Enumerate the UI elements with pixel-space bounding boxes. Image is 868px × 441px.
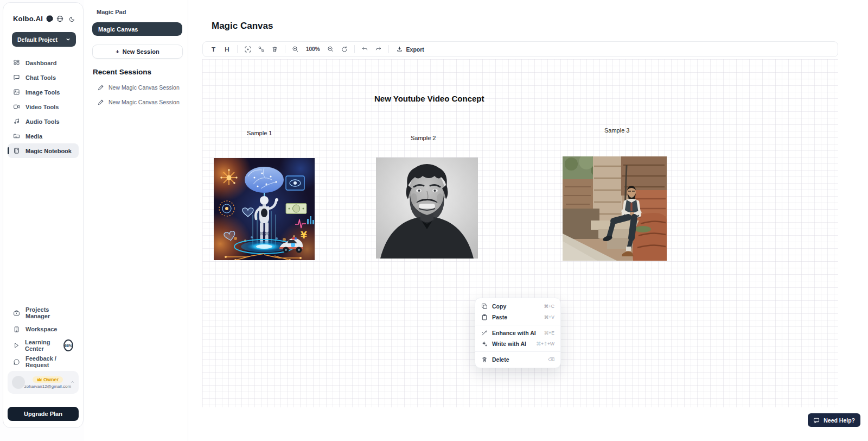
dark-mode-moon-icon[interactable]: [69, 16, 75, 22]
toolbar-divider: [285, 45, 285, 53]
sidebar-item-label: Audio Tools: [25, 118, 60, 125]
context-menu-shortcut: ⌘+E: [544, 330, 554, 336]
wand-icon: [481, 330, 488, 336]
context-menu-divider: [475, 351, 560, 352]
sidebar-item-dashboard[interactable]: Dashboard: [8, 55, 79, 70]
connector-icon: [258, 46, 265, 53]
canvas-image-ruins[interactable]: [563, 156, 667, 261]
sidebar-item-workspace[interactable]: Workspace: [8, 321, 79, 337]
new-session-button[interactable]: + New Session: [92, 45, 183, 59]
sidebar-item-chat-tools[interactable]: Chat Tools: [8, 70, 79, 85]
tab-magic-pad[interactable]: Magic Pad: [97, 9, 188, 15]
session-item[interactable]: New Magic Canvas Session: [98, 99, 188, 105]
connector-tool-button[interactable]: [255, 43, 267, 55]
audio-icon: [13, 118, 20, 125]
user-chevron-icon: [71, 380, 74, 385]
sidebar-item-media[interactable]: Media: [8, 129, 79, 143]
delete-tool-button[interactable]: [269, 43, 281, 55]
download-icon: [396, 46, 403, 53]
toolbar-divider: [388, 45, 389, 53]
reset-rotation-button[interactable]: [338, 43, 350, 55]
canvas-grid[interactable]: New Youtube Video Concept Sample 1 Sampl…: [202, 59, 838, 407]
logo-icons: [56, 15, 75, 22]
trash-icon: [481, 356, 488, 363]
dashboard-icon: [13, 59, 20, 66]
heading-tool-button[interactable]: H: [221, 43, 233, 55]
sample-1-label[interactable]: Sample 1: [247, 130, 272, 136]
context-menu-shortcut: ⌘+C: [544, 304, 554, 309]
page: Kolbo.AI Default Project Dashb: [0, 0, 868, 441]
heading-tool-glyph: H: [225, 46, 229, 53]
plus-icon: +: [116, 48, 119, 55]
app-logo: Kolbo.AI: [13, 15, 43, 23]
undo-icon: [361, 46, 368, 53]
notebook-icon: [13, 147, 20, 154]
context-menu-item-write-with-ai[interactable]: Write with AI ⌘+⇧+W: [475, 338, 560, 349]
text-tool-glyph: T: [212, 46, 215, 53]
sidebar-item-label: Video Tools: [25, 104, 59, 110]
session-item-label: New Magic Canvas Session: [108, 84, 180, 91]
sidebar-item-learning-center[interactable]: Learning Center 66%: [8, 337, 79, 354]
context-menu-item-enhance-with-ai[interactable]: Enhance with AI ⌘+E: [475, 327, 560, 338]
sidebar-item-label: Workspace: [25, 326, 58, 332]
canvas-image-portrait[interactable]: [376, 158, 478, 259]
help-chat-icon: [813, 417, 820, 424]
context-menu-item-paste[interactable]: Paste ⌘+V: [475, 312, 560, 323]
sample-3-label[interactable]: Sample 3: [604, 127, 629, 134]
sidebar-item-label: Feedback / Request: [25, 355, 73, 368]
text-tool-button[interactable]: T: [207, 43, 220, 55]
chat-icon: [13, 74, 20, 81]
user-card[interactable]: Owner zoharvan12@gmail.com: [8, 371, 79, 394]
sidebar-item-label: Dashboard: [25, 60, 56, 66]
scan-select-icon: [244, 46, 252, 53]
sidebar-item-feedback-request[interactable]: Feedback / Request: [8, 354, 79, 370]
context-menu: Copy ⌘+C Paste ⌘+V Enhance with AI ⌘+E W…: [475, 298, 561, 368]
need-help-label: Need Help?: [824, 417, 855, 424]
upgrade-plan-button[interactable]: Upgrade Plan: [8, 407, 79, 421]
sidebar-item-label: Image Tools: [25, 89, 60, 96]
project-selector[interactable]: Default Project: [12, 32, 76, 47]
context-menu-item-delete[interactable]: Delete ⌫: [475, 354, 560, 365]
session-item-label: New Magic Canvas Session: [108, 99, 180, 105]
new-session-label: New Session: [123, 48, 159, 55]
sidebar-item-projects-manager[interactable]: Projects Manager: [8, 305, 79, 321]
canvas-heading-text[interactable]: New Youtube Video Concept: [374, 94, 484, 103]
zoom-out-icon: [327, 46, 334, 53]
media-icon: [13, 133, 20, 140]
trash-icon: [271, 46, 278, 53]
crown-icon: [37, 377, 42, 382]
ai-select-tool-button[interactable]: [241, 43, 254, 55]
canvas-image-ai-collage[interactable]: ¥: [214, 158, 315, 260]
sidebar-item-label: Magic Notebook: [25, 148, 72, 154]
redo-icon: [375, 46, 382, 53]
context-menu-label: Copy: [492, 303, 506, 310]
canvas-toolbar: T H 100%: [202, 41, 838, 57]
sidebar-nav: Dashboard Chat Tools Image Tools Video T…: [8, 55, 79, 158]
user-meta: Owner zoharvan12@gmail.com: [29, 376, 67, 389]
language-globe-icon[interactable]: [56, 15, 63, 22]
undo-button[interactable]: [359, 43, 371, 55]
sidebar-item-magic-notebook[interactable]: Magic Notebook: [8, 143, 79, 158]
context-menu-label: Enhance with AI: [492, 330, 536, 336]
zoom-in-button[interactable]: [289, 43, 302, 55]
brain-logo-icon: [46, 15, 54, 23]
need-help-button[interactable]: Need Help?: [808, 413, 860, 427]
context-menu-label: Delete: [492, 356, 509, 363]
sidebar-item-video-tools[interactable]: Video Tools: [8, 99, 79, 114]
sessions-panel: Magic Pad Magic Canvas + New Session Rec…: [84, 0, 188, 441]
tab-magic-canvas[interactable]: Magic Canvas: [92, 22, 182, 36]
sidebar-item-label: Learning Center: [25, 339, 57, 352]
redo-button[interactable]: [372, 43, 385, 55]
sidebar-footer: Projects Manager Workspace Learning Cent…: [8, 305, 79, 370]
export-button[interactable]: Export: [393, 46, 427, 53]
logo-row: Kolbo.AI: [13, 15, 75, 23]
sample-2-label[interactable]: Sample 2: [411, 135, 436, 141]
context-menu-item-copy[interactable]: Copy ⌘+C: [475, 301, 560, 312]
sidebar-item-image-tools[interactable]: Image Tools: [8, 85, 79, 99]
sidebar-item-audio-tools[interactable]: Audio Tools: [8, 114, 79, 129]
owner-badge: Owner: [33, 376, 63, 383]
context-menu-label: Write with AI: [492, 341, 526, 347]
session-item[interactable]: New Magic Canvas Session: [98, 84, 188, 91]
zoom-out-button[interactable]: [324, 43, 337, 55]
rotate-icon: [341, 46, 348, 53]
